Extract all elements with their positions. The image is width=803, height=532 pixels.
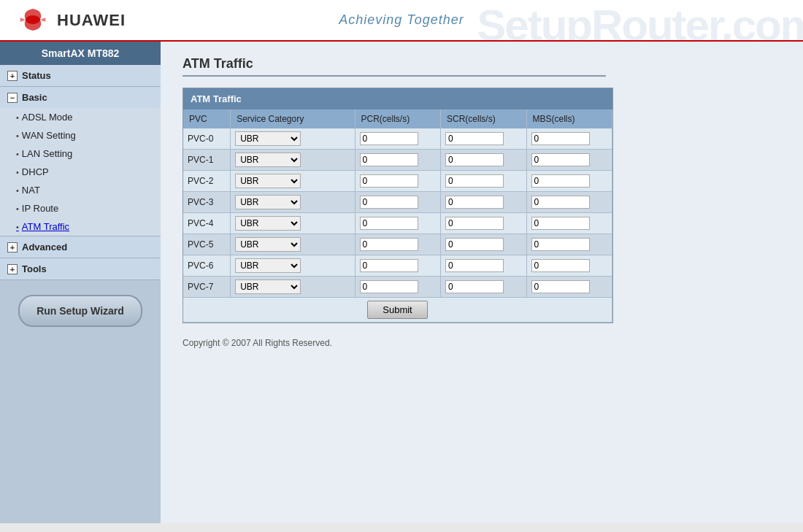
atm-traffic-label: ATM Traffic xyxy=(22,221,69,232)
scr-cell[interactable] xyxy=(441,255,527,277)
mbs-cell[interactable] xyxy=(526,213,612,234)
pcr-cell[interactable] xyxy=(355,171,441,192)
mbs-input[interactable] xyxy=(531,217,590,230)
pcr-cell[interactable] xyxy=(355,192,441,213)
sidebar-section-header-basic[interactable]: − Basic xyxy=(0,87,161,108)
pcr-cell[interactable] xyxy=(355,255,441,277)
scr-input[interactable] xyxy=(445,132,504,145)
scr-input[interactable] xyxy=(445,153,504,166)
table-row: PVC-3UBRCBRVBR-rtVBR-nrt xyxy=(183,192,612,213)
pcr-input[interactable] xyxy=(360,174,418,188)
pcr-cell[interactable] xyxy=(355,213,441,234)
sidebar-item-nat[interactable]: • NAT xyxy=(0,181,161,199)
pcr-cell[interactable] xyxy=(355,234,441,255)
scr-cell[interactable] xyxy=(441,213,527,234)
scr-cell[interactable] xyxy=(441,150,527,171)
mbs-cell[interactable] xyxy=(526,255,612,277)
pcr-input[interactable] xyxy=(360,153,418,166)
sidebar-section-advanced: + Advanced xyxy=(0,236,161,258)
service-category-cell[interactable]: UBRCBRVBR-rtVBR-nrt xyxy=(231,192,355,213)
mbs-cell[interactable] xyxy=(526,277,612,298)
mbs-input[interactable] xyxy=(531,196,590,209)
pcr-input[interactable] xyxy=(360,280,418,293)
table-row: PVC-4UBRCBRVBR-rtVBR-nrt xyxy=(183,213,612,234)
scr-input[interactable] xyxy=(445,259,504,272)
service-category-cell[interactable]: UBRCBRVBR-rtVBR-nrt xyxy=(231,150,355,171)
pcr-input[interactable] xyxy=(360,196,418,209)
col-pvc: PVC xyxy=(183,109,231,128)
mbs-input[interactable] xyxy=(531,153,590,166)
sidebar-title: SmartAX MT882 xyxy=(0,42,161,65)
scr-cell[interactable] xyxy=(441,128,527,150)
mbs-input[interactable] xyxy=(531,259,590,272)
bullet-icon: • xyxy=(16,186,19,195)
mbs-cell[interactable] xyxy=(526,234,612,255)
mbs-cell[interactable] xyxy=(526,171,612,192)
mbs-input[interactable] xyxy=(531,238,590,251)
mbs-cell[interactable] xyxy=(526,150,612,171)
service-category-select[interactable]: UBRCBRVBR-rtVBR-nrt xyxy=(235,216,301,231)
bullet-icon: • xyxy=(16,131,19,140)
pcr-input[interactable] xyxy=(360,238,418,251)
scr-cell[interactable] xyxy=(441,192,527,213)
sidebar-section-header-advanced[interactable]: + Advanced xyxy=(0,236,161,258)
scr-input[interactable] xyxy=(445,280,504,293)
service-category-cell[interactable]: UBRCBRVBR-rtVBR-nrt xyxy=(231,234,355,255)
submit-button[interactable]: Submit xyxy=(367,301,427,319)
service-category-select[interactable]: UBRCBRVBR-rtVBR-nrt xyxy=(235,280,301,294)
service-category-cell[interactable]: UBRCBRVBR-rtVBR-nrt xyxy=(231,171,355,192)
service-category-cell[interactable]: UBRCBRVBR-rtVBR-nrt xyxy=(231,277,355,298)
plus-icon-tools: + xyxy=(7,264,18,274)
mbs-cell[interactable] xyxy=(526,192,612,213)
scr-cell[interactable] xyxy=(441,234,527,255)
scr-cell[interactable] xyxy=(441,171,527,192)
service-category-select[interactable]: UBRCBRVBR-rtVBR-nrt xyxy=(235,237,301,252)
sidebar-item-wan-setting[interactable]: • WAN Setting xyxy=(0,126,161,144)
atm-traffic-table-container: ATM Traffic PVC Service Category PCR(cel… xyxy=(182,88,613,323)
mbs-input[interactable] xyxy=(531,280,590,293)
logo-area: HUAWEI xyxy=(15,7,126,33)
atm-table-header: PVC Service Category PCR(cells/s) SCR(ce… xyxy=(183,109,612,128)
pcr-input[interactable] xyxy=(360,132,418,145)
service-category-cell[interactable]: UBRCBRVBR-rtVBR-nrt xyxy=(231,213,355,234)
lan-setting-label: LAN Setting xyxy=(22,148,72,159)
pcr-input[interactable] xyxy=(360,259,418,272)
pcr-input[interactable] xyxy=(360,217,418,230)
service-category-cell[interactable]: UBRCBRVBR-rtVBR-nrt xyxy=(231,255,355,277)
sidebar-item-lan-setting[interactable]: • LAN Setting xyxy=(0,144,161,163)
service-category-select[interactable]: UBRCBRVBR-rtVBR-nrt xyxy=(235,258,301,273)
table-row: PVC-2UBRCBRVBR-rtVBR-nrt xyxy=(183,171,612,192)
atm-table: PVC Service Category PCR(cells/s) SCR(ce… xyxy=(183,109,612,323)
adsl-mode-label: ADSL Mode xyxy=(22,112,73,123)
sidebar-item-ip-route[interactable]: • IP Route xyxy=(0,199,161,217)
mbs-cell[interactable] xyxy=(526,128,612,150)
pcr-cell[interactable] xyxy=(355,277,441,298)
sidebar-section-header-tools[interactable]: + Tools xyxy=(0,258,161,280)
pcr-cell[interactable] xyxy=(355,150,441,171)
service-category-select[interactable]: UBRCBRVBR-rtVBR-nrt xyxy=(235,153,301,167)
scr-cell[interactable] xyxy=(441,277,527,298)
minus-icon-basic: − xyxy=(7,93,18,103)
run-wizard-button[interactable]: Run Setup Wizard xyxy=(18,295,142,327)
service-category-select[interactable]: UBRCBRVBR-rtVBR-nrt xyxy=(235,174,301,188)
sidebar-item-atm-traffic[interactable]: • ATM Traffic xyxy=(0,217,161,236)
sidebar-item-adsl-mode[interactable]: • ADSL Mode xyxy=(0,108,161,126)
service-category-select[interactable]: UBRCBRVBR-rtVBR-nrt xyxy=(235,195,301,209)
mbs-input[interactable] xyxy=(531,132,590,145)
wan-setting-label: WAN Setting xyxy=(22,130,76,141)
sidebar-section-tools: + Tools xyxy=(0,258,161,280)
service-category-select[interactable]: UBRCBRVBR-rtVBR-nrt xyxy=(235,131,301,146)
scr-input[interactable] xyxy=(445,174,504,188)
sidebar-section-header-status[interactable]: + Status xyxy=(0,65,161,86)
dhcp-label: DHCP xyxy=(22,166,49,177)
status-label: Status xyxy=(22,70,51,81)
pcr-cell[interactable] xyxy=(355,128,441,150)
scr-input[interactable] xyxy=(445,217,504,230)
sidebar-item-dhcp[interactable]: • DHCP xyxy=(0,163,161,181)
advanced-label: Advanced xyxy=(22,242,67,252)
scr-input[interactable] xyxy=(445,196,504,209)
tools-label: Tools xyxy=(22,263,47,274)
scr-input[interactable] xyxy=(445,238,504,251)
service-category-cell[interactable]: UBRCBRVBR-rtVBR-nrt xyxy=(231,128,355,150)
mbs-input[interactable] xyxy=(531,174,590,188)
